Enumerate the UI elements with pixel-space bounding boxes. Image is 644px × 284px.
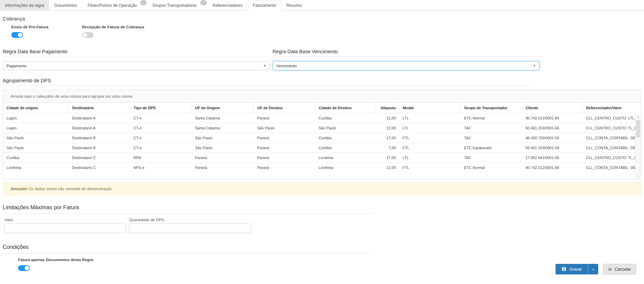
section-data-base: Regra Data Base Pagamento Pagamento ▼ Re… [3, 49, 641, 70]
column-header-cidade-de-origem[interactable]: Cidade de origem [3, 103, 69, 113]
table-cell: 90.742.012/0001-84 [522, 113, 583, 123]
table-cell: 50.461.153/0001-04 [522, 123, 583, 133]
regra-data-base-vencimento: Regra Data Base Vencimento Vencimento ▼ [272, 49, 540, 70]
table-cell: LTL [399, 113, 461, 123]
regra-data-base-pagamento-select[interactable]: Pagamento ▼ [3, 61, 270, 70]
table-cell: Lages [3, 123, 69, 133]
section-condicoes: Condições Fatura apenas Documentos desta… [3, 244, 641, 271]
toggle-group: Recepção de Fatura de Cobrança [82, 25, 153, 38]
scroll-down-icon[interactable]: ▼ [635, 174, 641, 179]
valor-input-group: Valor [4, 214, 126, 233]
table-cell: CLL_CONTA_CONTABIL: DEPART_A [583, 133, 636, 143]
table-cell: Paraná [254, 153, 315, 163]
cobranca-title: Cobrança [3, 16, 641, 22]
table-cell: LTL [399, 153, 461, 163]
table-cell: Paraná [192, 163, 254, 173]
table-cell: Destinatario B [69, 133, 130, 143]
toggle-knob [18, 33, 22, 37]
toggle-recepcao-de-fatura-de-cobranca[interactable] [82, 32, 94, 38]
table-row[interactable]: São PauloDestinatario BCT-eSão PauloPara… [3, 143, 636, 153]
table-cell: São Paulo [192, 133, 254, 143]
tab-label: Documentos [54, 3, 77, 8]
table-cell: Paraná [254, 163, 315, 173]
tab-informacoes-da-regra[interactable]: Informações da regra [0, 0, 49, 11]
table-cell: Santa Catarina [192, 123, 254, 133]
tab-referenciadores[interactable]: Referenciadores [208, 0, 248, 11]
condicoes-toggle-label: Fatura apenas Documentos desta Regra [18, 258, 641, 262]
table-row[interactable]: São PauloDestinatario BCT-eSão PauloPara… [3, 133, 636, 143]
table-cell: São Paulo [3, 133, 69, 143]
table-cell: 12,00 [375, 113, 399, 123]
dps-table-zone: Cidade de origemDestinatárioTipo de DPSU… [3, 103, 641, 179]
tab-documentos[interactable]: Documentos [49, 0, 82, 11]
table-cell: 90.742.012/0001-84 [522, 163, 583, 173]
column-header-cliente[interactable]: Cliente [522, 103, 583, 113]
floppy-disk-icon [562, 267, 566, 272]
column-header-uf-de-destino[interactable]: UF de Destino [254, 103, 315, 113]
table-row[interactable]: LondrinaDestinatario CNFS-eParanáParanáL… [3, 163, 636, 173]
scrollbar-thumb[interactable] [636, 120, 640, 137]
table-cell: Londrina [3, 163, 69, 173]
toggle-knob [25, 266, 29, 270]
chevron-down-icon: ▼ [533, 64, 536, 67]
form-actions: Gravar ▲ ⊘ Cancelar [556, 264, 636, 274]
valor-input[interactable] [4, 224, 126, 233]
tab-resumo[interactable]: Resumo [281, 0, 307, 11]
toggle-fatura-apenas-documentos-desta-regra[interactable] [18, 265, 30, 271]
table-cell: CT-e [130, 123, 192, 133]
tab-faturamento[interactable]: Faturamento [248, 0, 281, 11]
table-row[interactable]: LagesDestinatario ACT-eSanta CatarinaSão… [3, 123, 636, 133]
table-cell: São Paulo [254, 123, 315, 133]
table-header-row: Cidade de origemDestinatárioTipo de DPSU… [3, 103, 636, 113]
group-drop-zone[interactable]: Arraste aqui o cabeçalho de uma coluna p… [3, 90, 641, 103]
table-cell: CLL_CONTA_CONTABIL: DEPART_B [583, 143, 636, 153]
toggle-recepcao-de-fatura-de-cobranca-label: Recepção de Fatura de Cobrança [82, 25, 153, 29]
column-header-destinatario[interactable]: Destinatário [69, 103, 130, 113]
table-cell: Paraná [192, 153, 254, 163]
table-cell: CLL_CENTRO_CUSTO: LTL_DIST [583, 113, 636, 123]
limitacoes-fields: ValorQuantidade de DPS [4, 214, 641, 233]
tab-label: Grupos Transportadores [153, 3, 197, 8]
toggle-group: Envio de Pré-Fatura [11, 25, 82, 38]
agrupamento-title: Agrupamento de DPS [3, 78, 533, 86]
column-header-referenciador-valor[interactable]: Referenciador/Valor [583, 103, 636, 113]
column-header-cidade-de-destino[interactable]: Cidade de Destino [315, 103, 375, 113]
faturamento-panel: Cobrança Envio de Pré-FaturaRecepção de … [0, 16, 644, 271]
column-header-modal[interactable]: Modal [399, 103, 461, 113]
table-cell: Lages [3, 113, 69, 123]
selected-value: Vencimento [276, 64, 297, 68]
save-button[interactable]: Gravar [556, 264, 588, 274]
table-row[interactable]: LagesDestinatario ACT-eSanta CatarinaPar… [3, 113, 636, 123]
cancel-button[interactable]: ⊘ Cancelar [603, 264, 636, 274]
quantidade-de-dps-input-label: Quantidade de DPS [129, 218, 251, 222]
table-cell: 7,00 [375, 143, 399, 153]
dps-grid: Arraste aqui o cabeçalho de uma coluna p… [3, 90, 641, 180]
save-split-button: Gravar ▲ [556, 264, 598, 274]
table-cell: São Paulo [3, 143, 69, 153]
table-cell: Santa Catarina [192, 113, 254, 123]
tab-label: Filiais/Pontos de Operação [87, 3, 137, 8]
tab-label: Faturamento [253, 3, 276, 8]
column-header-tipo-de-dps[interactable]: Tipo de DPS [130, 103, 192, 113]
regra-data-base-vencimento-select[interactable]: Vencimento ▼ [272, 61, 540, 70]
table-row[interactable]: CuritibaDestinatario CRPAParanáParanáLon… [3, 153, 636, 163]
column-header-grupo-de-transportador[interactable]: Grupo de Transportador [461, 103, 522, 113]
table-cell: São Paulo [315, 123, 375, 133]
column-header-aliquota[interactable]: Alíquota [375, 103, 399, 113]
toggle-envio-de-pre-fatura[interactable] [11, 32, 23, 38]
regra-data-base-pagamento: Regra Data Base Pagamento Pagamento ▼ [3, 49, 270, 70]
table-scrollbar[interactable]: ▲ ▼ [635, 114, 641, 179]
condicoes-body: Fatura apenas Documentos desta Regra [18, 258, 641, 271]
dps-table: Cidade de origemDestinatárioTipo de DPSU… [3, 103, 636, 172]
scroll-up-icon[interactable]: ▲ [635, 114, 641, 119]
tab-count-badge: 25 [140, 0, 146, 5]
save-options-dropdown[interactable]: ▲ [588, 264, 598, 274]
table-cell: Curitiba [315, 143, 375, 153]
column-header-uf-de-origem[interactable]: UF de Origem [192, 103, 254, 113]
table-cell: LTL [399, 123, 461, 133]
quantidade-de-dps-input[interactable] [129, 224, 251, 233]
tab-grupos-transportadores[interactable]: Grupos Transportadores13 [148, 0, 208, 11]
table-cell: TAC [461, 133, 522, 143]
toggle-knob [83, 33, 87, 37]
tab-filiais-pontos-de-operacao[interactable]: Filiais/Pontos de Operação25 [82, 0, 147, 11]
